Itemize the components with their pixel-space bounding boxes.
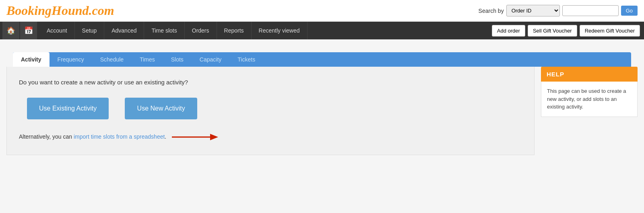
logo: BookingHound.com — [6, 3, 114, 18]
red-arrow-indicator — [172, 131, 220, 143]
nav-item-reports[interactable]: Reports — [217, 22, 252, 39]
top-bar: BookingHound.com Search by Order ID Cust… — [0, 0, 644, 22]
nav-item-advanced[interactable]: Advanced — [104, 22, 144, 39]
tabs-container: Activity Frequency Schedule Times Slots … — [0, 39, 644, 67]
logo-domain: .com — [89, 3, 114, 18]
home-icon-button[interactable]: 🏠 — [2, 22, 19, 39]
tab-slots[interactable]: Slots — [163, 52, 192, 67]
buttons-row: Use Existing Activity Use New Activity — [19, 98, 522, 119]
tab-schedule[interactable]: Schedule — [92, 52, 132, 67]
redeem-gift-voucher-button[interactable]: Redeem Gift Voucher — [580, 25, 640, 37]
nav-actions: Add order Sell Gift Voucher Redeem Gift … — [488, 22, 644, 39]
nav-item-account[interactable]: Account — [39, 22, 75, 39]
search-go-button[interactable]: Go — [621, 6, 638, 16]
tab-activity[interactable]: Activity — [13, 52, 50, 67]
alternatively-row: Alternatively, you can import time slots… — [19, 131, 522, 143]
logo-main: BookingHound — [6, 3, 89, 18]
nav-item-setup[interactable]: Setup — [75, 22, 105, 39]
import-link[interactable]: import time slots from a spreadsheet — [74, 133, 165, 140]
search-area: Search by Order ID Customer Name Email G… — [479, 5, 638, 16]
use-existing-activity-button[interactable]: Use Existing Activity — [27, 98, 109, 119]
help-body: This page can be used to create a new ac… — [541, 82, 638, 117]
use-new-activity-button[interactable]: Use New Activity — [125, 98, 197, 119]
sell-gift-voucher-button[interactable]: Sell Gift Voucher — [528, 25, 577, 37]
tab-tickets[interactable]: Tickets — [229, 52, 263, 67]
nav-bar: 🏠 📅 Account Setup Advanced Time slots Or… — [0, 22, 644, 39]
nav-item-timeslots[interactable]: Time slots — [144, 22, 184, 39]
search-input[interactable] — [562, 5, 619, 16]
question-text: Do you want to create a new activity or … — [19, 79, 522, 86]
tab-capacity[interactable]: Capacity — [192, 52, 229, 67]
search-label: Search by — [479, 8, 504, 14]
alternatively-end: . — [165, 133, 166, 140]
nav-item-recently-viewed[interactable]: Recently viewed — [252, 22, 308, 39]
help-title: HELP — [541, 67, 638, 82]
add-order-button[interactable]: Add order — [492, 25, 525, 37]
main-content: Do you want to create a new activity or … — [6, 67, 535, 155]
nav-item-orders[interactable]: Orders — [185, 22, 217, 39]
tab-times[interactable]: Times — [132, 52, 163, 67]
nav-icons: 🏠 📅 — [0, 22, 39, 39]
tab-frequency[interactable]: Frequency — [50, 52, 92, 67]
alternatively-label: Alternatively, you can — [19, 133, 72, 140]
search-select[interactable]: Order ID Customer Name Email — [506, 5, 560, 16]
content-wrapper: Do you want to create a new activity or … — [0, 67, 644, 162]
tabs-bar: Activity Frequency Schedule Times Slots … — [13, 52, 631, 67]
nav-items: Account Setup Advanced Time slots Orders… — [39, 22, 488, 39]
help-panel: HELP This page can be used to create a n… — [541, 67, 638, 155]
calendar-icon-button[interactable]: 📅 — [20, 22, 37, 39]
svg-marker-1 — [210, 134, 218, 140]
